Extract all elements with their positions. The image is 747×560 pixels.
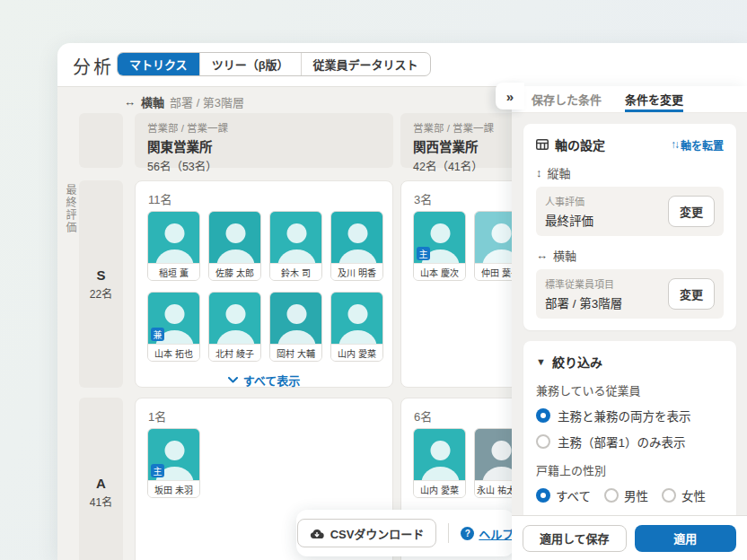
- radio-selected-icon[interactable]: [536, 488, 550, 503]
- concurrent-badge: 兼: [151, 328, 164, 341]
- employee-name: 山内 愛菜: [331, 344, 382, 361]
- employee-card[interactable]: 主 坂田 未羽: [147, 428, 200, 498]
- panel-body: 軸の設定 ↑↓ 軸を転置 ↕ 縦軸 人事評価 最終評価 変更: [512, 113, 747, 515]
- employee-card[interactable]: 及川 明香: [330, 211, 383, 281]
- employee-card[interactable]: 北村 綾子: [208, 292, 261, 362]
- axis-value: 最終評価: [545, 211, 593, 229]
- row-grade: S: [96, 267, 105, 283]
- employee-card[interactable]: 鈴木 司: [269, 211, 322, 281]
- matrix-cell-s-kanto: 11名 稲垣 薫 佐藤 太郎: [135, 180, 393, 388]
- radio-selected-icon[interactable]: [536, 408, 550, 423]
- floating-toolbar: CSVダウンロード ? ヘルプ: [296, 510, 514, 556]
- radio-gender-female[interactable]: 女性: [662, 486, 706, 504]
- radio-unselected-icon[interactable]: [662, 488, 676, 503]
- change-horizontal-axis-button[interactable]: 変更: [668, 278, 715, 310]
- axis-settings-card: 軸の設定 ↑↓ 軸を転置 ↕ 縦軸 人事評価 最終評価 変更: [523, 124, 736, 330]
- employee-name: 岡村 大輔: [270, 344, 321, 361]
- employee-name: 鈴木 司: [270, 263, 321, 280]
- up-down-arrows-icon: ↑↓: [671, 138, 678, 151]
- question-mark-icon: ?: [461, 527, 474, 540]
- employee-photo: 兼: [148, 293, 199, 344]
- cell-count: 11名: [148, 190, 172, 207]
- employee-card[interactable]: 仲田 葉子: [474, 211, 517, 281]
- y-axis-value: 最終評価: [63, 184, 78, 234]
- panel-collapse-button[interactable]: »: [496, 83, 524, 109]
- tab-employee-list[interactable]: 従業員データリスト: [301, 53, 430, 75]
- employee-photo: [270, 293, 321, 344]
- employee-name: 稲垣 薫: [148, 263, 199, 280]
- transpose-axes-link[interactable]: ↑↓ 軸を転置: [671, 137, 724, 153]
- horizontal-arrow-icon: ↔: [536, 249, 548, 262]
- employee-card[interactable]: 岡村 大輔: [269, 292, 322, 362]
- employee-card[interactable]: 山内 愛菜: [413, 428, 466, 498]
- employee-card[interactable]: 稲垣 薫: [147, 211, 200, 281]
- x-axis-value: 部署 / 第3階層: [170, 93, 244, 110]
- tab-change-conditions[interactable]: 条件を変更: [625, 86, 683, 112]
- tab-matrix[interactable]: マトリクス: [118, 53, 199, 75]
- change-vertical-axis-button[interactable]: 変更: [668, 196, 715, 227]
- apply-and-save-button[interactable]: 適用して保存: [523, 525, 627, 552]
- employee-photo: [331, 293, 382, 344]
- help-link[interactable]: ? ヘルプ: [461, 525, 514, 542]
- column-name: 関東営業所: [147, 136, 381, 155]
- row-count: 22名: [90, 285, 112, 301]
- photo-grid: 山内 愛菜 永山 祐太郎: [413, 428, 517, 498]
- tab-tree-beta[interactable]: ツリー（β版）: [199, 53, 301, 75]
- primary-badge: 主: [151, 464, 164, 477]
- column-group: 営業部 / 営業一課: [413, 120, 508, 135]
- employee-card[interactable]: 山内 愛菜: [330, 292, 383, 362]
- employee-photo: [331, 212, 382, 263]
- radio-show-both[interactable]: 主務と兼務の両方を表示: [536, 407, 724, 424]
- employee-name: 山本 拓也: [148, 344, 199, 361]
- row-header-a: A 41名: [79, 398, 123, 560]
- csv-download-label: CSVダウンロード: [330, 525, 425, 542]
- employee-card[interactable]: 兼 山本 拓也: [147, 292, 200, 362]
- apply-button[interactable]: 適用: [635, 525, 737, 552]
- employee-name: 北村 綾子: [209, 344, 260, 361]
- photo-grid: 稲垣 薫 佐藤 太郎 鈴木 司: [147, 211, 383, 362]
- employee-name: 永山 祐太郎: [475, 480, 517, 497]
- employee-photo: [209, 212, 260, 263]
- employee-card[interactable]: 主 山本 慶次: [413, 211, 466, 281]
- employee-card[interactable]: 永山 祐太郎: [474, 428, 517, 498]
- column-count: 42名（41名）: [413, 157, 508, 174]
- employee-name: 山本 慶次: [414, 263, 465, 280]
- employee-name: 山内 愛菜: [414, 480, 465, 497]
- chevron-down-icon: [228, 377, 238, 383]
- horizontal-axis-section-label: ↔ 横軸: [536, 247, 724, 264]
- employee-name: 佐藤 太郎: [209, 263, 260, 280]
- matrix-area: ↔ 横軸 部署 / 第3階層 営業部 / 営業一課 関東営業所 56名（53名）…: [57, 86, 517, 560]
- radio-unselected-icon[interactable]: [604, 488, 619, 503]
- x-axis-label: ↔ 横軸 部署 / 第3階層: [124, 93, 244, 110]
- employee-name: 坂田 未羽: [148, 480, 199, 497]
- tab-saved-conditions[interactable]: 保存した条件: [532, 86, 602, 112]
- axis-value: 部署 / 第3階層: [545, 293, 622, 311]
- cell-count: 6名: [414, 407, 432, 424]
- show-all-label: すべて表示: [243, 372, 301, 389]
- page-title: 分析: [73, 53, 114, 79]
- employee-photo: [475, 429, 517, 480]
- employee-name: 仲田 葉子: [475, 263, 517, 280]
- show-all-link[interactable]: すべて表示: [136, 372, 392, 389]
- employee-photo: 主: [148, 429, 199, 480]
- cell-count: 1名: [148, 407, 166, 424]
- csv-download-button[interactable]: CSVダウンロード: [297, 519, 437, 547]
- radio-gender-male[interactable]: 男性: [604, 486, 648, 504]
- matrix-cell-s-kansai: 3名 主 山本 慶次 仲田 葉子: [400, 180, 517, 388]
- radio-primary-only[interactable]: 主務（部署1）のみ表示: [536, 433, 724, 451]
- radio-unselected-icon[interactable]: [536, 434, 550, 449]
- employee-photo: [270, 212, 321, 263]
- vertical-axis-section-label: ↕ 縦軸: [536, 164, 724, 181]
- column-header-kansai: 営業部 / 営業一課 関西営業所 42名（41名）: [400, 113, 517, 168]
- photo-grid: 主 坂田 未羽: [147, 428, 383, 498]
- conditions-panel: » 保存した条件 条件を変更 軸の設定 ↑↓ 軸を転置: [512, 86, 747, 560]
- axis-category: 人事評価: [545, 194, 593, 208]
- filter-title: ▼ 絞り込み: [536, 353, 724, 371]
- row-grade: A: [96, 476, 106, 491]
- panel-tabs: 保存した条件 条件を変更: [512, 86, 747, 113]
- radio-gender-all[interactable]: すべて: [536, 486, 591, 504]
- axis-category: 標準従業員項目: [545, 276, 622, 291]
- employee-card[interactable]: 佐藤 太郎: [208, 211, 261, 281]
- employee-photo: [209, 293, 260, 344]
- primary-badge: 主: [417, 247, 430, 260]
